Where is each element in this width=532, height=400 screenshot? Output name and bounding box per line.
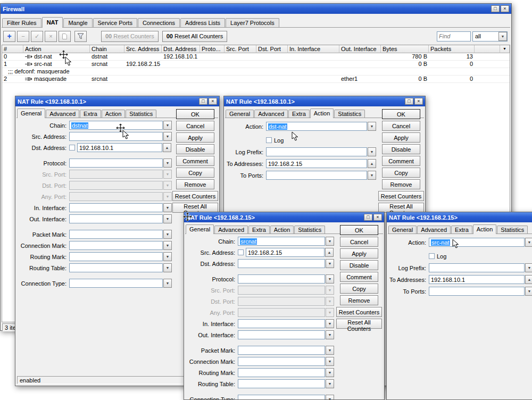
log-prefix-input[interactable] xyxy=(429,263,525,272)
chevron-down-icon[interactable]: ▼ xyxy=(163,241,172,250)
tab-action[interactable]: Action xyxy=(270,226,294,234)
chevron-up-icon[interactable]: ▲ xyxy=(368,159,376,168)
reset-counters-button[interactable]: Reset Counters xyxy=(172,191,218,201)
tab-statistics[interactable]: Statistics xyxy=(126,110,156,118)
tab-layer7-protocols[interactable]: Layer7 Protocols xyxy=(226,18,279,27)
dialog-titlebar[interactable]: NAT Rule <192.168.2.15> □ × xyxy=(387,212,532,222)
table-row-2[interactable]: 2 masquerade srcnat ether1 0 B 0 xyxy=(2,76,510,83)
tab-nat[interactable]: NAT xyxy=(42,17,63,28)
protocol-combo[interactable] xyxy=(69,159,163,168)
apply-button[interactable]: Apply xyxy=(176,132,214,143)
copy-button[interactable]: Copy xyxy=(382,168,420,178)
log-checkbox[interactable] xyxy=(266,137,272,143)
chevron-down-icon[interactable]: ▼ xyxy=(163,252,172,261)
tab-general[interactable]: General xyxy=(186,224,214,234)
column-header-action[interactable]: Action xyxy=(23,45,90,53)
action-combo[interactable]: src-nat xyxy=(429,238,525,247)
maximize-button[interactable]: □ xyxy=(405,98,413,105)
enable-button[interactable]: ✓ xyxy=(31,31,43,42)
column-header-chain[interactable]: Chain xyxy=(90,45,124,53)
routing-table-combo[interactable] xyxy=(238,379,325,388)
out-interface-combo[interactable] xyxy=(69,214,163,223)
maximize-button[interactable]: □ xyxy=(364,214,372,221)
tab-mangle[interactable]: Mangle xyxy=(63,18,92,27)
packet-mark-combo[interactable] xyxy=(238,346,325,355)
connection-mark-combo[interactable] xyxy=(238,357,325,366)
tab-extra[interactable]: Extra xyxy=(451,226,472,234)
tab-action[interactable]: Action xyxy=(102,110,126,118)
in-interface-combo[interactable] xyxy=(238,319,325,328)
tab-action[interactable]: Action xyxy=(473,224,497,234)
comment-button[interactable]: Comment xyxy=(340,272,378,282)
chevron-down-icon[interactable]: ▼ xyxy=(326,346,334,355)
apply-button[interactable]: Apply xyxy=(382,132,420,143)
chevron-down-icon[interactable]: ▼ xyxy=(326,259,334,268)
connection-mark-combo[interactable] xyxy=(69,241,163,250)
chevron-down-icon[interactable]: ▼ xyxy=(163,214,172,223)
chevron-down-icon[interactable]: ▼ xyxy=(525,238,532,247)
maximize-button[interactable]: □ xyxy=(491,5,500,12)
tab-advanced[interactable]: Advanced xyxy=(46,110,79,118)
tab-statistics[interactable]: Statistics xyxy=(334,110,365,118)
apply-button[interactable]: Apply xyxy=(340,248,378,259)
tab-extra[interactable]: Extra xyxy=(288,110,310,118)
log-checkbox[interactable] xyxy=(429,253,435,259)
tab-advanced[interactable]: Advanced xyxy=(417,226,451,234)
chevron-up-icon[interactable]: ▲ xyxy=(525,275,532,284)
to-addresses-input[interactable]: 192.168.10.1 xyxy=(429,275,525,284)
routing-table-combo[interactable] xyxy=(69,263,163,272)
tab-general[interactable]: General xyxy=(388,226,417,234)
dst-address-input[interactable]: 192.168.10.1 xyxy=(77,143,162,152)
disable-button[interactable]: Disable xyxy=(340,260,378,270)
close-button[interactable]: × xyxy=(501,5,509,12)
add-button[interactable]: + xyxy=(3,31,15,42)
chevron-down-icon[interactable]: ▼ xyxy=(326,237,334,246)
table-row-1[interactable]: 1 src-nat srcnat 192.168.2.15 0 B 0 xyxy=(2,61,510,68)
chevron-down-icon[interactable]: ▼ xyxy=(163,263,172,272)
disable-button[interactable]: × xyxy=(45,31,57,42)
cancel-button[interactable]: Cancel xyxy=(382,121,420,131)
reset-counters-button[interactable]: Reset Counters xyxy=(336,307,382,317)
column-options-button[interactable]: ▼ xyxy=(500,45,510,53)
cancel-button[interactable]: Cancel xyxy=(340,237,378,247)
chevron-down-icon[interactable]: ▼ xyxy=(368,147,376,156)
firewall-titlebar[interactable]: Firewall □ × xyxy=(1,4,511,14)
reset-all-counters-button[interactable]: 00 Reset All Counters xyxy=(162,31,227,42)
in-interface-combo[interactable] xyxy=(69,203,163,212)
protocol-combo[interactable] xyxy=(238,274,325,284)
copy-button[interactable]: Copy xyxy=(340,284,378,294)
column-header-dst-address[interactable]: Dst. Address xyxy=(162,45,200,53)
chevron-down-icon[interactable]: ▼ xyxy=(326,379,334,388)
tab-address-lists[interactable]: Address Lists xyxy=(180,18,225,27)
to-ports-input[interactable] xyxy=(266,171,367,180)
chevron-up-icon[interactable]: ▲ xyxy=(163,143,171,152)
table-row-comment[interactable]: ;;; defconf: masquerade xyxy=(2,68,510,76)
chevron-down-icon[interactable]: ▼ xyxy=(368,171,376,180)
chevron-down-icon[interactable]: ▼ xyxy=(163,121,172,130)
dialog-titlebar[interactable]: NAT Rule <192.168.2.15> □ × xyxy=(184,212,384,222)
comment-button[interactable]: Comment xyxy=(382,156,420,166)
chevron-down-icon[interactable]: ▼ xyxy=(326,368,334,377)
to-addresses-input[interactable]: 192.168.2.15 xyxy=(266,159,367,168)
dst-address-checkbox[interactable] xyxy=(69,145,75,151)
tab-general[interactable]: General xyxy=(17,109,45,118)
chain-combo[interactable]: srcnat xyxy=(238,237,325,246)
maximize-button[interactable]: □ xyxy=(199,98,207,105)
ok-button[interactable]: OK xyxy=(382,109,420,119)
ok-button[interactable]: OK xyxy=(176,109,214,119)
remove-button[interactable]: Remove xyxy=(176,179,214,189)
chevron-down-icon[interactable]: ▼ xyxy=(163,279,172,288)
connection-type-combo[interactable] xyxy=(238,395,325,400)
tab-advanced[interactable]: Advanced xyxy=(254,110,288,118)
chevron-down-icon[interactable]: ▼ xyxy=(368,122,376,131)
dst-address-input[interactable] xyxy=(238,259,325,268)
chevron-down-icon[interactable]: ▼ xyxy=(525,263,532,272)
chevron-down-icon[interactable]: ▼ xyxy=(163,203,172,212)
out-interface-combo[interactable] xyxy=(238,330,325,339)
routing-mark-combo[interactable] xyxy=(238,368,325,377)
close-button[interactable]: × xyxy=(373,214,382,221)
src-address-input[interactable] xyxy=(69,132,163,141)
routing-mark-combo[interactable] xyxy=(69,252,163,261)
tab-extra[interactable]: Extra xyxy=(80,110,101,118)
tab-statistics[interactable]: Statistics xyxy=(294,226,325,234)
